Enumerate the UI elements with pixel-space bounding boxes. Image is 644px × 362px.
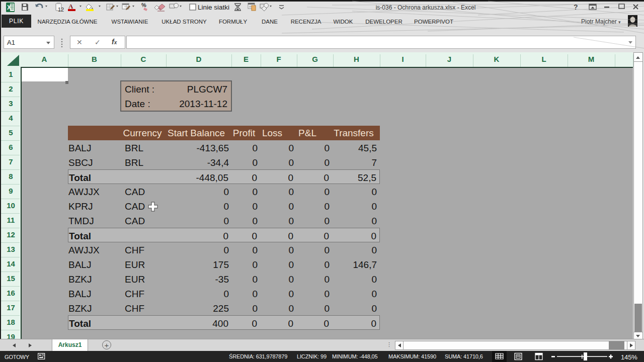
svg-text:A: A: [68, 3, 73, 10]
svg-text:12: 12: [58, 7, 64, 13]
svg-text:?: ?: [574, 3, 578, 11]
svg-text:X: X: [7, 4, 11, 11]
svg-text:%: %: [141, 2, 146, 8]
svg-text:Linie siatki: Linie siatki: [198, 4, 229, 11]
